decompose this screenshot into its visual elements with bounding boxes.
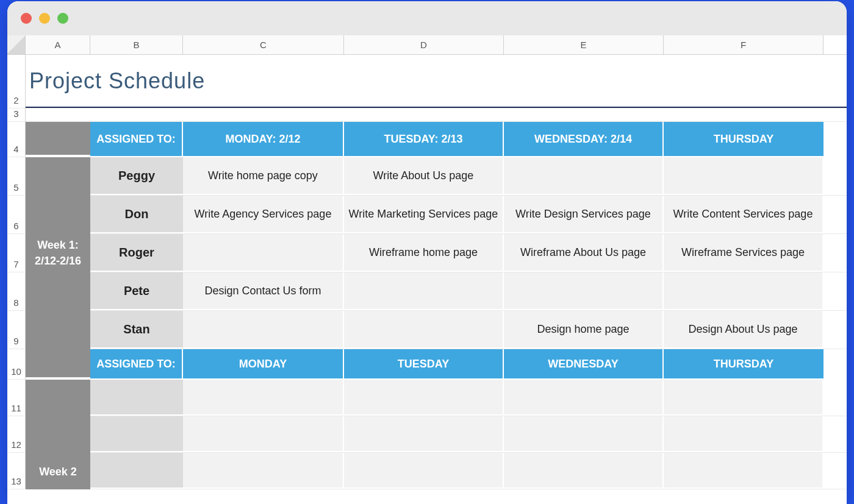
column-header-row: A B C D E F — [7, 35, 847, 55]
assignee-cell[interactable]: Don — [90, 196, 183, 233]
task-cell[interactable] — [183, 453, 344, 489]
task-cell[interactable] — [504, 380, 664, 416]
task-cell[interactable] — [664, 272, 824, 310]
week2-label-text: Week 2 — [39, 466, 77, 478]
empty-cell[interactable] — [26, 108, 847, 121]
macos-window: A B C D E F 2 3 4 5 6 7 8 9 10 11 12 13 — [7, 1, 847, 504]
task-cell[interactable] — [504, 453, 664, 489]
day-header[interactable]: THURSDAY — [664, 122, 824, 156]
row-header[interactable]: 4 — [7, 122, 26, 157]
task-cell[interactable]: Design home page — [504, 311, 664, 349]
sheet-body: 2 3 4 5 6 7 8 9 10 11 12 13 Project Sche… — [7, 55, 847, 489]
select-all-corner[interactable] — [7, 35, 26, 54]
cell-grid: Project Schedule ASSIGNED TO: MONDAY: 2/… — [26, 55, 847, 489]
week-block-header[interactable] — [26, 349, 90, 378]
task-cell[interactable]: Write Content Services page — [664, 196, 824, 233]
week-block-header[interactable] — [26, 122, 90, 156]
window-close-icon[interactable] — [21, 13, 32, 24]
row-number-gutter: 2 3 4 5 6 7 8 9 10 11 12 13 — [7, 55, 26, 489]
task-cell[interactable]: Write About Us page — [344, 157, 504, 195]
column-header[interactable]: E — [504, 35, 664, 54]
day-header[interactable]: WEDNESDAY — [504, 349, 664, 378]
column-header[interactable]: A — [26, 35, 90, 54]
day-header[interactable]: TUESDAY: 2/13 — [344, 122, 504, 156]
row-header[interactable]: 11 — [7, 380, 26, 416]
window-zoom-icon[interactable] — [57, 13, 68, 24]
row-header[interactable]: 10 — [7, 349, 26, 380]
task-cell[interactable] — [504, 416, 664, 452]
day-header[interactable]: WEDNESDAY: 2/14 — [504, 122, 664, 156]
task-cell[interactable]: Wireframe home page — [344, 234, 504, 272]
spreadsheet: A B C D E F 2 3 4 5 6 7 8 9 10 11 12 13 — [7, 35, 847, 489]
task-cell[interactable] — [664, 380, 824, 416]
assignee-cell[interactable]: Stan — [90, 311, 183, 349]
assignee-cell[interactable]: Roger — [90, 234, 183, 272]
task-cell[interactable] — [344, 416, 504, 452]
assignee-cell[interactable]: Pete — [90, 272, 183, 310]
task-cell[interactable]: Wireframe Services page — [664, 234, 824, 272]
window-titlebar — [7, 1, 847, 35]
assignee-cell[interactable] — [90, 453, 183, 489]
task-cell[interactable]: Design About Us page — [664, 311, 824, 349]
task-cell[interactable]: Design Contact Us form — [183, 272, 344, 310]
task-cell[interactable]: Write Marketing Services page — [344, 196, 504, 233]
week1-label[interactable]: Week 1: 2/12-2/16 — [26, 157, 90, 349]
assignee-cell[interactable] — [90, 416, 183, 452]
column-header[interactable]: C — [183, 35, 344, 54]
task-cell[interactable] — [344, 453, 504, 489]
week1-label-line2: 2/12-2/16 — [35, 254, 81, 269]
column-header[interactable]: D — [344, 35, 504, 54]
row-header[interactable]: 13 — [7, 453, 26, 489]
column-header[interactable]: B — [90, 35, 183, 54]
row-header[interactable]: 3 — [7, 108, 26, 122]
task-cell[interactable]: Write Agency Services page — [183, 196, 344, 233]
task-cell[interactable] — [183, 311, 344, 349]
task-cell[interactable] — [344, 380, 504, 416]
window-minimize-icon[interactable] — [39, 13, 50, 24]
row-header[interactable]: 8 — [7, 272, 26, 311]
task-cell[interactable] — [504, 272, 664, 310]
day-header[interactable]: MONDAY — [183, 349, 344, 378]
task-cell[interactable] — [344, 311, 504, 349]
column-header[interactable]: F — [664, 35, 824, 54]
task-cell[interactable] — [664, 453, 824, 489]
task-cell[interactable] — [183, 234, 344, 272]
day-header[interactable]: TUESDAY — [344, 349, 504, 378]
task-cell[interactable] — [344, 272, 504, 310]
row-header[interactable]: 6 — [7, 196, 26, 234]
week1-label-line1: Week 1: — [37, 238, 79, 253]
row-header[interactable]: 9 — [7, 311, 26, 349]
assignee-cell[interactable]: Peggy — [90, 157, 183, 195]
task-cell[interactable] — [664, 157, 824, 195]
task-cell[interactable] — [183, 380, 344, 416]
row-header[interactable]: 7 — [7, 234, 26, 272]
task-cell[interactable]: Write home page copy — [183, 157, 344, 195]
task-cell[interactable]: Write Design Services page — [504, 196, 664, 233]
row-header[interactable]: 2 — [7, 55, 26, 108]
assigned-to-header[interactable]: ASSIGNED TO: — [90, 349, 183, 378]
row-header[interactable]: 12 — [7, 416, 26, 453]
task-cell[interactable]: Wireframe About Us page — [504, 234, 664, 272]
row-header[interactable]: 5 — [7, 157, 26, 196]
day-header[interactable]: THURSDAY — [664, 349, 824, 378]
page-title[interactable]: Project Schedule — [26, 55, 847, 108]
assigned-to-header[interactable]: ASSIGNED TO: — [90, 122, 183, 156]
task-cell[interactable] — [664, 416, 824, 452]
task-cell[interactable] — [183, 416, 344, 452]
day-header[interactable]: MONDAY: 2/12 — [183, 122, 344, 156]
week2-label[interactable]: Week 2 — [26, 380, 90, 489]
assignee-cell[interactable] — [90, 380, 183, 416]
task-cell[interactable] — [504, 157, 664, 195]
